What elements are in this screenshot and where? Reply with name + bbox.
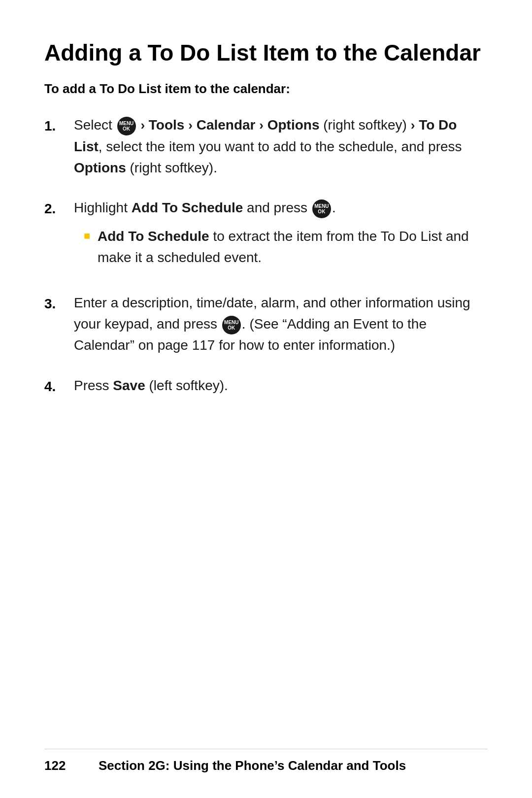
step-number-1: 1. — [44, 114, 74, 136]
page-container: Adding a To Do List Item to the Calendar… — [0, 0, 532, 455]
steps-list: 1. Select MENUOK › Tools › Calendar › Op… — [44, 114, 488, 397]
step-number-2: 2. — [44, 197, 74, 219]
step-item-4: 4. Press Save (left softkey). — [44, 375, 488, 397]
page-title: Adding a To Do List Item to the Calendar — [44, 39, 488, 66]
bullet-marker-1: ■ — [84, 226, 98, 244]
menu-ok-icon-1: MENUOK — [117, 117, 136, 135]
menu-ok-icon-2: MENUOK — [312, 200, 331, 218]
step-item-3: 3. Enter a description, time/date, alarm… — [44, 292, 488, 356]
footer-section-title: Section 2G: Using the Phone’s Calendar a… — [99, 758, 406, 773]
bullet-list-2: ■ Add To Schedule to extract the item fr… — [74, 226, 488, 268]
step-content-1: Select MENUOK › Tools › Calendar › Optio… — [74, 114, 488, 178]
step-item-2: 2. Highlight Add To Schedule and press M… — [44, 197, 488, 273]
step-number-3: 3. — [44, 292, 74, 314]
footer-page-number: 122 — [44, 758, 84, 773]
menu-ok-icon-3: MENUOK — [222, 316, 241, 334]
footer: 122 Section 2G: Using the Phone’s Calend… — [44, 749, 488, 773]
step-content-4: Press Save (left softkey). — [74, 375, 488, 396]
bullet-item-1: ■ Add To Schedule to extract the item fr… — [84, 226, 488, 268]
step-content-2: Highlight Add To Schedule and press MENU… — [74, 197, 488, 273]
section-intro: To add a To Do List item to the calendar… — [44, 81, 488, 97]
step-item-1: 1. Select MENUOK › Tools › Calendar › Op… — [44, 114, 488, 178]
step-number-4: 4. — [44, 375, 74, 397]
step-content-3: Enter a description, time/date, alarm, a… — [74, 292, 488, 356]
bullet-content-1: Add To Schedule to extract the item from… — [98, 226, 488, 268]
